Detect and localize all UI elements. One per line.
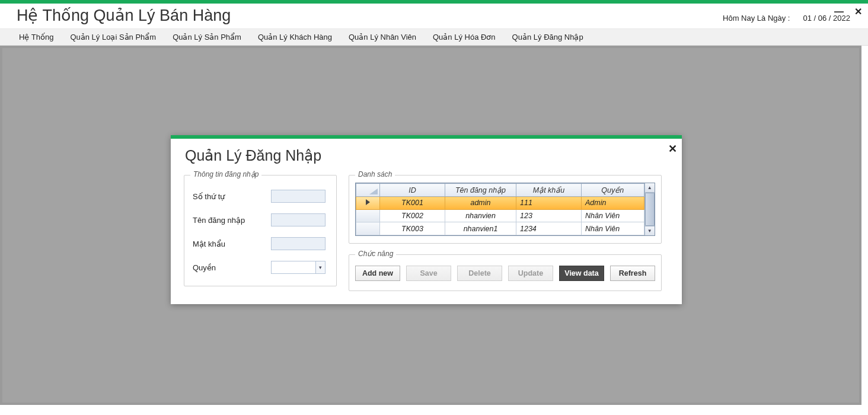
group-login-info-label: Thông tin đăng nhập: [190, 170, 261, 178]
add-new-button[interactable]: Add new: [355, 266, 400, 281]
menu-ql-khach-hang[interactable]: Quản Lý Khách Hàng: [250, 29, 340, 45]
menu-ql-hoa-don[interactable]: Quản Lý Hóa Đơn: [425, 29, 504, 45]
mdi-client-area: ✕ Quản Lý Đăng Nhập Thông tin đăng nhập …: [0, 46, 861, 405]
cell-quyen[interactable]: Nhân Viên: [582, 209, 644, 222]
menu-ql-nhan-vien[interactable]: Quản Lý Nhân Viên: [340, 29, 425, 45]
group-list: Danh sách: [349, 175, 662, 244]
dialog-login-manager: ✕ Quản Lý Đăng Nhập Thông tin đăng nhập …: [171, 135, 682, 304]
refresh-button[interactable]: Refresh: [610, 266, 655, 281]
menu-ql-loai-sp[interactable]: Quản Lý Loại Sản Phẩm: [62, 29, 164, 45]
cell-ten[interactable]: nhanvien: [445, 209, 516, 222]
table-row[interactable]: TK001admin111Admin: [356, 197, 644, 210]
cell-mk[interactable]: 1234: [516, 222, 582, 235]
close-icon[interactable]: ✕: [854, 6, 862, 17]
table-row[interactable]: TK003nhanvien11234Nhân Viên: [356, 222, 644, 235]
row-header[interactable]: [356, 197, 380, 210]
cell-mk[interactable]: 123: [516, 209, 582, 222]
dialog-title: Quản Lý Đăng Nhập: [185, 147, 669, 164]
view-data-button[interactable]: View data: [559, 266, 604, 281]
chevron-down-icon[interactable]: ▾: [315, 261, 325, 273]
minimize-icon[interactable]: —: [834, 7, 844, 17]
cell-ten[interactable]: admin: [445, 197, 516, 210]
window-controls: — ✕: [834, 6, 862, 17]
grid-corner[interactable]: [356, 184, 380, 197]
group-functions-label: Chức năng: [355, 250, 396, 258]
data-grid[interactable]: ID Tên đăng nhập Mật khẩu Quyền TK001adm…: [355, 183, 655, 236]
label-ten-dang-nhap: Tên đăng nhập: [193, 216, 271, 225]
label-quyen: Quyền: [193, 263, 271, 272]
menubar: Hệ Thống Quản Lý Loại Sản Phẩm Quản Lý S…: [0, 28, 868, 46]
label-so-thu-tu: Số thứ tự: [193, 192, 271, 201]
row-header[interactable]: [356, 209, 380, 222]
scroll-down-icon[interactable]: ▼: [645, 226, 655, 235]
group-list-label: Danh sách: [355, 170, 395, 178]
group-login-info: Thông tin đăng nhập Số thứ tự Tên đăng n…: [184, 175, 337, 286]
group-functions: Chức năng Add new Save Delete Update Vie…: [349, 254, 662, 291]
menu-ql-dang-nhap[interactable]: Quản Lý Đăng Nhập: [504, 29, 592, 45]
cell-id[interactable]: TK003: [380, 222, 445, 235]
grid-scrollbar[interactable]: ▲ ▼: [644, 183, 655, 235]
label-mat-khau: Mật khẩu: [193, 240, 271, 248]
cell-quyen[interactable]: Nhân Viên: [582, 222, 644, 235]
cell-quyen[interactable]: Admin: [582, 197, 644, 210]
col-mat-khau[interactable]: Mật khẩu: [516, 184, 582, 197]
input-mat-khau[interactable]: [271, 237, 326, 250]
scroll-up-icon[interactable]: ▲: [645, 183, 655, 193]
table-row[interactable]: TK002nhanvien123Nhân Viên: [356, 209, 644, 222]
menu-ql-sp[interactable]: Quản Lý Sản Phẩm: [164, 29, 250, 45]
col-quyen[interactable]: Quyền: [582, 184, 644, 197]
today-date-label: Hôm Nay Là Ngày :: [723, 14, 790, 23]
cell-id[interactable]: TK001: [380, 197, 445, 210]
app-titlebar: — ✕ Hệ Thống Quản Lý Bán Hàng Hôm Nay Là…: [0, 4, 868, 46]
cell-mk[interactable]: 111: [516, 197, 582, 210]
col-id[interactable]: ID: [380, 184, 445, 197]
combo-quyen[interactable]: ▾: [271, 261, 326, 274]
today-date: Hôm Nay Là Ngày : 01 / 06 / 2022: [723, 14, 850, 23]
dialog-close-icon[interactable]: ✕: [668, 142, 677, 155]
update-button[interactable]: Update: [508, 266, 553, 281]
cell-ten[interactable]: nhanvien1: [445, 222, 516, 235]
current-row-arrow-icon: [366, 199, 370, 205]
row-header[interactable]: [356, 222, 380, 235]
delete-button[interactable]: Delete: [457, 266, 502, 281]
save-button[interactable]: Save: [406, 266, 451, 281]
menu-he-thong[interactable]: Hệ Thống: [11, 29, 62, 45]
cell-id[interactable]: TK002: [380, 209, 445, 222]
app-title: Hệ Thống Quản Lý Bán Hàng: [17, 6, 231, 25]
col-ten-dang-nhap[interactable]: Tên đăng nhập: [445, 184, 516, 197]
scroll-thumb[interactable]: [645, 193, 655, 226]
input-ten-dang-nhap[interactable]: [271, 213, 326, 226]
input-so-thu-tu[interactable]: [271, 190, 326, 203]
